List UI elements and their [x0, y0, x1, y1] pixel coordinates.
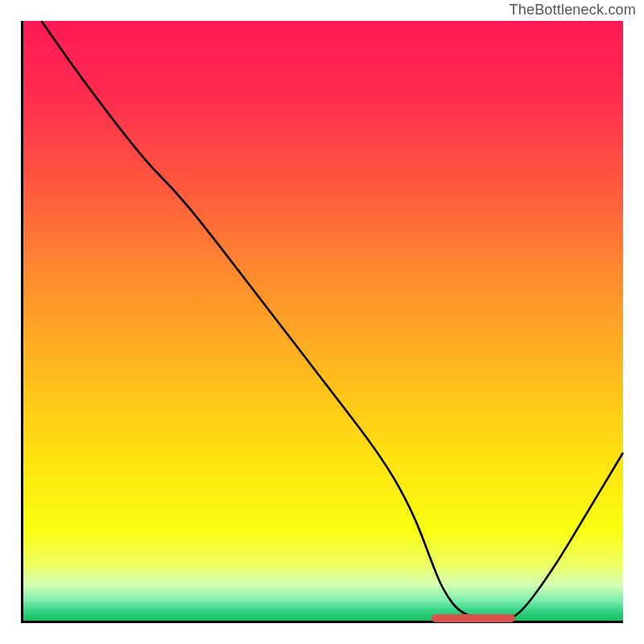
chart-plot-area — [21, 21, 623, 623]
bottleneck-curve-path — [41, 21, 623, 621]
optimal-range-marker — [431, 614, 515, 622]
chart-curve — [23, 21, 623, 621]
watermark-text: TheBottleneck.com — [510, 2, 636, 19]
